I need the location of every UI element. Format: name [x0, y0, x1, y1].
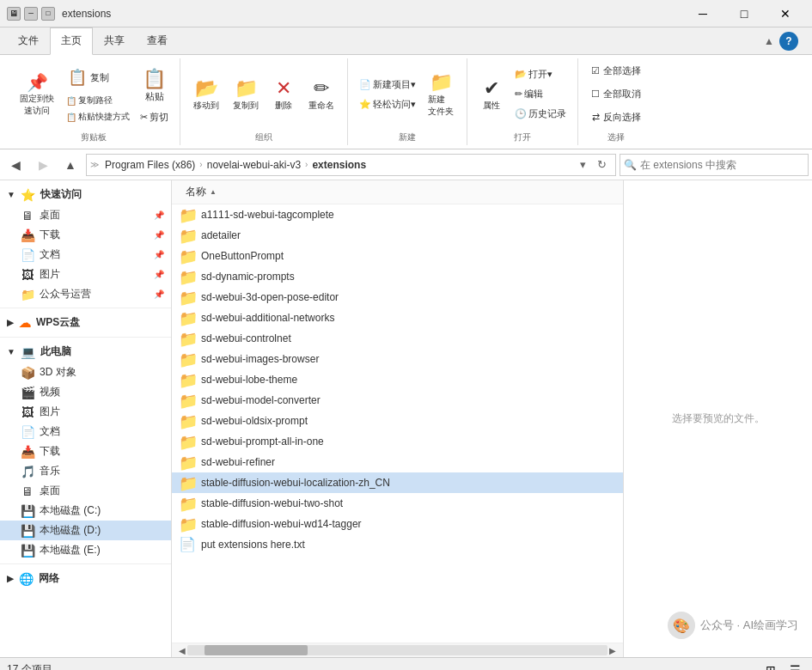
breadcrumb-novelai[interactable]: novelai-webui-aki-v3 — [205, 158, 303, 172]
scroll-thumb[interactable] — [205, 645, 308, 655]
list-item[interactable]: 📁 adetailer — [172, 225, 623, 246]
column-header-name[interactable]: 名称 ▲ — [179, 182, 616, 202]
up-button[interactable]: ▲ — [58, 153, 82, 177]
folder-icon: 📁 — [179, 495, 196, 512]
properties-label: 属性 — [483, 100, 500, 112]
edit-button[interactable]: ✏ 编辑 — [510, 85, 571, 103]
list-item[interactable]: 📁 sd-webui-prompt-all-in-one — [172, 431, 623, 452]
invert-select-button[interactable]: ⇄ 反向选择 — [586, 107, 647, 128]
copy-button[interactable]: 📋 复制 — [62, 64, 134, 91]
sidebar-section-this-pc[interactable]: ▼ 💻 此电脑 — [0, 341, 171, 362]
sidebar-section-network[interactable]: ▶ 🌐 网络 — [0, 568, 171, 589]
ribbon-group-organize: 📂 移动到 📁 复制到 ✕ 删除 ✏ 重命名 组织 — [180, 58, 348, 145]
horizontal-scrollbar[interactable]: ◀ ▶ — [172, 643, 623, 657]
list-item[interactable]: 📁 sd-webui-refiner — [172, 452, 623, 472]
tab-share[interactable]: 共享 — [93, 27, 136, 54]
list-item[interactable]: 📁 sd-webui-additional-networks — [172, 308, 623, 328]
breadcrumb-extensions[interactable]: extensions — [309, 158, 369, 172]
forward-button[interactable]: ▶ — [31, 153, 55, 177]
sidebar-item-desktop[interactable]: 🖥 桌面 📌 — [0, 205, 171, 225]
sidebar-item-documents[interactable]: 📄 文档 📌 — [0, 245, 171, 265]
rename-button[interactable]: ✏ 重命名 — [302, 73, 340, 116]
list-item[interactable]: 📁 sd-dynamic-prompts — [172, 266, 623, 287]
desktop2-label: 桌面 — [40, 484, 60, 498]
sidebar-item-pictures[interactable]: 🖼 图片 📌 — [0, 265, 171, 284]
address-bar[interactable]: ≫ Program Files (x86) › novelai-webui-ak… — [86, 154, 616, 176]
sidebar-item-wechat[interactable]: 📁 公众号运营 📌 — [0, 284, 171, 304]
select-all-button[interactable]: ☑ 全部选择 — [585, 60, 647, 82]
tab-file[interactable]: 文件 — [7, 27, 50, 54]
scroll-right-btn[interactable]: ▶ — [609, 646, 616, 655]
back-button[interactable]: ◀ — [3, 153, 27, 177]
view-icons-button[interactable]: ⊞ — [760, 661, 781, 671]
search-input[interactable] — [640, 159, 804, 171]
paste-button[interactable]: 📋 粘贴 — [137, 64, 172, 107]
sidebar-section-wps[interactable]: ▶ ☁ WPS云盘 — [0, 312, 171, 333]
folder-icon: 📁 — [179, 433, 196, 450]
list-item[interactable]: 📁 sd-webui-model-converter — [172, 390, 623, 411]
disk-e-label: 本地磁盘 (E:) — [40, 543, 101, 557]
pictures-icon: 🖼 — [21, 268, 34, 282]
list-item[interactable]: 📁 a1111-sd-webui-tagcomplete — [172, 204, 623, 225]
address-refresh-button[interactable]: ↻ — [591, 155, 612, 175]
list-item[interactable]: 📁 sd-webui-lobe-theme — [172, 369, 623, 390]
history-button[interactable]: 🕒 历史记录 — [510, 105, 571, 123]
list-item[interactable]: 📁 stable-diffusion-webui-wd14-tagger — [172, 514, 623, 534]
sidebar-item-pictures2[interactable]: 🖼 图片 — [0, 402, 171, 422]
pictures2-label: 图片 — [40, 405, 60, 419]
properties-button[interactable]: ✔ 属性 — [474, 73, 509, 116]
select-label: 选择 — [607, 128, 625, 143]
scroll-track[interactable] — [187, 645, 607, 655]
list-item[interactable]: 📁 sd-webui-images-browser — [172, 349, 623, 369]
documents-icon: 📄 — [21, 248, 34, 262]
copy-path-button[interactable]: 📋 复制路径 — [62, 93, 134, 108]
scroll-left-btn[interactable]: ◀ — [179, 646, 186, 655]
breadcrumb-program-files[interactable]: Program Files (x86) — [102, 158, 198, 172]
close-button[interactable]: ✕ — [766, 0, 805, 27]
view-list-button[interactable]: ☰ — [785, 661, 805, 671]
list-item[interactable]: 📄 put extensions here.txt — [172, 534, 623, 555]
new-folder-button[interactable]: 📁 新建文件夹 — [422, 67, 460, 122]
sidebar-item-3d-objects[interactable]: 📦 3D 对象 — [0, 362, 171, 382]
paste-shortcut-button[interactable]: 📋 粘贴快捷方式 — [62, 109, 134, 125]
open-button[interactable]: 📂 打开▾ — [510, 65, 571, 83]
new-item-button[interactable]: 📄 新建项目▾ — [355, 76, 420, 94]
help-button[interactable]: ? — [779, 32, 798, 51]
tab-home[interactable]: 主页 — [50, 27, 93, 55]
disk-d-icon: 💾 — [21, 524, 34, 538]
pin-icon-pictures: 📌 — [154, 270, 164, 279]
cut-button[interactable]: ✂ 剪切 — [136, 109, 173, 125]
sidebar-item-disk-e[interactable]: 💾 本地磁盘 (E:) — [0, 540, 171, 560]
open-buttons: ✔ 属性 📂 打开▾ ✏ 编辑 🕒 历史记录 — [474, 60, 571, 128]
file-name: adetailer — [201, 229, 241, 241]
list-item[interactable]: 📁 sd-webui-3d-open-pose-editor — [172, 287, 623, 308]
move-to-button[interactable]: 📂 移动到 — [187, 73, 225, 116]
file-name: OneButtonPrompt — [201, 250, 284, 262]
maximize-button[interactable]: □ — [724, 0, 764, 27]
list-item-selected[interactable]: 📁 stable-diffusion-webui-localization-zh… — [172, 472, 623, 493]
file-name: sd-webui-model-converter — [201, 394, 321, 406]
sidebar-item-video[interactable]: 🎬 视频 — [0, 382, 171, 402]
pin-icon-desktop: 📌 — [154, 210, 164, 220]
sidebar-item-downloads[interactable]: 📥 下载 📌 — [0, 225, 171, 245]
list-item[interactable]: 📁 sd-webui-controlnet — [172, 328, 623, 349]
sidebar-section-quick-access[interactable]: ▼ ⭐ 快速访问 — [0, 184, 171, 205]
select-all-label: 全部选择 — [603, 64, 641, 77]
sidebar-item-music[interactable]: 🎵 音乐 — [0, 461, 171, 481]
sidebar-item-downloads2[interactable]: 📥 下载 — [0, 442, 171, 461]
sidebar-item-documents2[interactable]: 📄 文档 — [0, 422, 171, 442]
select-none-button[interactable]: ☐ 全部取消 — [585, 83, 647, 105]
copy-to-button[interactable]: 📁 复制到 — [227, 73, 265, 116]
list-item[interactable]: 📁 stable-diffusion-webui-two-shot — [172, 493, 623, 514]
tab-view[interactable]: 查看 — [136, 27, 179, 54]
list-item[interactable]: 📁 OneButtonPrompt — [172, 246, 623, 266]
sidebar-item-disk-d[interactable]: 💾 本地磁盘 (D:) — [0, 521, 171, 540]
pin-to-quick-access-button[interactable]: 📌 固定到快速访问 — [14, 68, 60, 121]
minimize-button[interactable]: ─ — [683, 0, 723, 27]
delete-button[interactable]: ✕ 删除 — [266, 73, 301, 116]
easy-access-button[interactable]: ⭐ 轻松访问▾ — [355, 95, 420, 113]
sidebar-item-desktop2[interactable]: 🖥 桌面 — [0, 481, 171, 501]
list-item[interactable]: 📁 sd-webui-oldsix-prompt — [172, 411, 623, 431]
address-dropdown-button[interactable]: ▾ — [574, 155, 591, 175]
sidebar-item-disk-c[interactable]: 💾 本地磁盘 (C:) — [0, 501, 171, 521]
